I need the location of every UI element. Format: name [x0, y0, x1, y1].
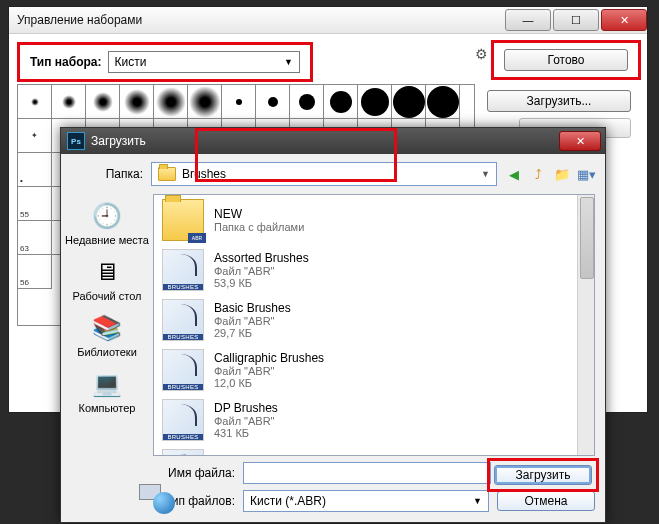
open-button[interactable]: Загрузить: [494, 465, 592, 485]
brush-cell[interactable]: [119, 84, 154, 119]
file-name: Assorted Brushes: [214, 251, 309, 265]
folder-label: Папка:: [71, 167, 143, 181]
file-row[interactable]: BRUSHES Basic Brushes Файл "ABR" 29,7 КБ: [154, 295, 594, 345]
filename-label: Имя файла:: [163, 466, 235, 480]
preset-type-label: Тип набора:: [30, 55, 102, 69]
place-recent[interactable]: 🕘 Недавние места: [65, 200, 149, 246]
dlg-close-button[interactable]: ✕: [559, 131, 601, 151]
file-sub: Файл "ABR": [214, 315, 291, 327]
abr-thumb-icon: BRUSHES: [162, 449, 204, 455]
new-folder-icon[interactable]: 📁: [553, 165, 571, 183]
place-label: Компьютер: [79, 402, 136, 414]
file-list-area: ABR NEW Папка с файлами BRUSHES Assorted…: [153, 194, 595, 456]
filename-input[interactable]: [243, 462, 491, 484]
file-sub: Файл "ABR": [214, 415, 278, 427]
abr-thumb-icon: BRUSHES: [162, 249, 204, 291]
folder-value: Brushes: [182, 167, 226, 181]
dlg-titlebar[interactable]: Ps Загрузить ✕: [61, 128, 605, 154]
file-size: 29,7 КБ: [214, 327, 291, 339]
back-icon[interactable]: ◀: [505, 165, 523, 183]
cancel-button[interactable]: Отмена: [497, 491, 595, 511]
file-name: NEW: [214, 207, 304, 221]
view-menu-icon[interactable]: ▦▾: [577, 165, 595, 183]
chevron-down-icon: ▼: [284, 57, 293, 67]
abr-thumb-icon: BRUSHES: [162, 399, 204, 441]
brush-cell[interactable]: [357, 84, 392, 119]
pm-title: Управление наборами: [17, 13, 142, 27]
brush-cell[interactable]: [85, 84, 120, 119]
folder-thumb-icon: ABR: [162, 199, 204, 241]
place-desktop[interactable]: 🖥 Рабочий стол: [65, 256, 149, 302]
file-row[interactable]: BRUSHES Drop Shadow Brushes Файл "ABR": [154, 445, 594, 455]
file-sub: Файл "ABR": [214, 365, 324, 377]
file-row[interactable]: BRUSHES Assorted Brushes Файл "ABR" 53,9…: [154, 245, 594, 295]
dlg-title: Загрузить: [91, 134, 146, 148]
places-bar: 🕘 Недавние места 🖥 Рабочий стол 📚 Библио…: [61, 194, 153, 456]
libraries-icon: 📚: [89, 312, 125, 344]
brush-cell[interactable]: 56: [17, 254, 52, 289]
chevron-down-icon: ▼: [481, 169, 490, 179]
up-icon[interactable]: ⤴: [529, 165, 547, 183]
close-button[interactable]: ✕: [601, 9, 647, 31]
brush-cell[interactable]: [289, 84, 324, 119]
brush-cell[interactable]: [255, 84, 290, 119]
scrollbar[interactable]: [577, 195, 594, 455]
chevron-down-icon: ▼: [473, 496, 482, 506]
computer-icon: 💻: [89, 368, 125, 400]
desktop-icon: 🖥: [89, 256, 125, 288]
brush-cell[interactable]: •: [17, 152, 52, 187]
load-button[interactable]: Загрузить...: [487, 90, 631, 112]
filetype-value: Кисти (*.ABR): [250, 494, 326, 508]
abr-thumb-icon: BRUSHES: [162, 349, 204, 391]
ps-icon: Ps: [67, 132, 85, 150]
file-size: 431 КБ: [214, 427, 278, 439]
recent-icon: 🕘: [89, 200, 125, 232]
preset-type-value: Кисти: [115, 55, 147, 69]
file-size: 12,0 КБ: [214, 377, 324, 389]
place-label: Библиотеки: [77, 346, 137, 358]
load-highlight: Загрузить: [487, 458, 599, 492]
file-row[interactable]: BRUSHES Calligraphic Brushes Файл "ABR" …: [154, 345, 594, 395]
file-size: 53,9 КБ: [214, 277, 309, 289]
brush-cell[interactable]: 63: [17, 220, 52, 255]
brush-cell[interactable]: [153, 84, 188, 119]
abr-thumb-icon: BRUSHES: [162, 299, 204, 341]
place-label: Рабочий стол: [72, 290, 141, 302]
brush-cell[interactable]: [323, 84, 358, 119]
preset-type-dropdown[interactable]: Кисти ▼: [108, 51, 301, 73]
pm-titlebar[interactable]: Управление наборами — ☐ ✕: [9, 7, 647, 34]
folder-dropdown[interactable]: Brushes ▼: [151, 162, 497, 186]
folder-icon: [158, 167, 176, 181]
network-icon[interactable]: [139, 482, 175, 514]
brush-cell[interactable]: [391, 84, 426, 119]
filetype-dropdown[interactable]: Кисти (*.ABR) ▼: [243, 490, 489, 512]
file-sub: Файл "ABR": [214, 265, 309, 277]
preset-type-area: Тип набора: Кисти ▼: [17, 42, 313, 82]
minimize-button[interactable]: —: [505, 9, 551, 31]
done-highlight: Готово: [491, 40, 641, 80]
file-sub: Папка с файлами: [214, 221, 304, 233]
brush-cell[interactable]: [221, 84, 256, 119]
brush-cell[interactable]: 55: [17, 186, 52, 221]
file-name: Calligraphic Brushes: [214, 351, 324, 365]
brush-cell[interactable]: ✦: [17, 118, 52, 153]
open-dialog: Ps Загрузить ✕ Папка: Brushes ▼ ◀ ⤴ 📁 ▦▾: [60, 127, 606, 523]
place-computer[interactable]: 💻 Компьютер: [65, 368, 149, 414]
place-libraries[interactable]: 📚 Библиотеки: [65, 312, 149, 358]
file-row[interactable]: BRUSHES DP Brushes Файл "ABR" 431 КБ: [154, 395, 594, 445]
file-row-folder[interactable]: ABR NEW Папка с файлами: [154, 195, 594, 245]
brush-cell[interactable]: [17, 84, 52, 119]
brush-cell[interactable]: [51, 84, 86, 119]
file-name: Basic Brushes: [214, 301, 291, 315]
done-button[interactable]: Готово: [504, 49, 628, 71]
maximize-button[interactable]: ☐: [553, 9, 599, 31]
file-name: DP Brushes: [214, 401, 278, 415]
brush-cell[interactable]: [187, 84, 222, 119]
brush-cell[interactable]: [425, 84, 460, 119]
gear-icon[interactable]: ⚙: [475, 46, 488, 62]
place-label: Недавние места: [65, 234, 149, 246]
